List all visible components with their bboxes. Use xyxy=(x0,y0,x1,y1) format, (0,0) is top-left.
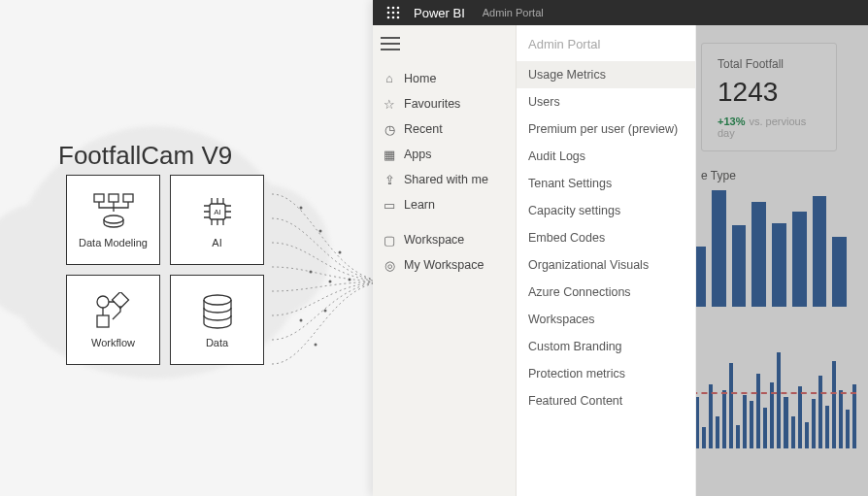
clock-icon: ◷ xyxy=(383,122,396,136)
bar xyxy=(792,212,807,307)
bar xyxy=(812,399,816,448)
bar-chart-type xyxy=(691,190,847,307)
book-icon: ▭ xyxy=(383,198,396,212)
nav-item-favourites[interactable]: ☆Favourites xyxy=(373,91,516,116)
nav-item-workspace[interactable]: ▢Workspace xyxy=(373,227,516,252)
workflow-icon xyxy=(91,292,136,331)
kpi-card-total-footfall: Total Footfall 1243 +13%vs. pervious day xyxy=(701,43,837,151)
bar xyxy=(846,410,850,448)
bar xyxy=(702,427,706,448)
bar xyxy=(791,416,795,448)
admin-item-premium-per-user-preview-[interactable]: Premium per user (preview) xyxy=(517,116,695,143)
svg-point-16 xyxy=(300,319,303,322)
nav-label: Recent xyxy=(404,122,443,136)
svg-point-24 xyxy=(397,12,400,15)
connector-lines xyxy=(272,175,388,388)
svg-point-26 xyxy=(392,17,395,19)
nav-label: Workspace xyxy=(404,233,464,247)
svg-point-13 xyxy=(310,271,313,274)
svg-point-22 xyxy=(387,12,390,15)
admin-item-featured-content[interactable]: Featured Content xyxy=(517,387,695,414)
nav-label: My Workspace xyxy=(404,258,484,272)
svg-point-6 xyxy=(97,296,109,308)
svg-point-15 xyxy=(349,279,351,281)
tile-data-modeling: Data Modeling xyxy=(66,175,160,265)
admin-item-embed-codes[interactable]: Embed Codes xyxy=(517,224,695,251)
kpi-title: Total Footfall xyxy=(718,57,820,71)
admin-item-organizational-visuals[interactable]: Organizational Visuals xyxy=(517,251,695,279)
star-icon: ☆ xyxy=(383,97,396,111)
bar xyxy=(729,363,733,448)
bar xyxy=(818,376,822,448)
svg-rect-2 xyxy=(109,194,118,202)
admin-portal-panel: Admin Portal Usage MetricsUsersPremium p… xyxy=(517,25,696,496)
svg-point-25 xyxy=(387,17,390,19)
svg-text:AI: AI xyxy=(214,208,221,216)
tile-workflow: Workflow xyxy=(66,275,160,365)
bar xyxy=(751,202,766,307)
svg-point-20 xyxy=(392,7,395,10)
bar xyxy=(712,190,726,307)
svg-rect-8 xyxy=(97,315,109,327)
admin-item-protection-metrics[interactable]: Protection metrics xyxy=(517,360,695,387)
admin-item-tenant-settings[interactable]: Tenant Settings xyxy=(517,170,695,197)
nav-label: Apps xyxy=(404,148,432,161)
tile-label: Data Modeling xyxy=(79,237,148,248)
svg-point-23 xyxy=(392,12,395,15)
bar xyxy=(805,422,809,449)
bar xyxy=(772,223,786,307)
svg-point-21 xyxy=(397,7,400,10)
bar xyxy=(832,361,836,448)
admin-item-custom-branding[interactable]: Custom Branding xyxy=(517,333,695,360)
admin-item-capacity-settings[interactable]: Capacity settings xyxy=(517,197,695,224)
bar xyxy=(832,237,847,307)
svg-point-18 xyxy=(315,344,317,347)
bar xyxy=(743,395,747,448)
apps-icon: ▦ xyxy=(383,148,396,161)
bar xyxy=(839,390,843,449)
admin-item-azure-connections[interactable]: Azure Connections xyxy=(517,279,695,306)
tile-label: Data xyxy=(206,337,228,348)
tile-ai: AI AI xyxy=(170,175,264,265)
admin-item-usage-metrics[interactable]: Usage Metrics xyxy=(517,61,695,88)
svg-rect-3 xyxy=(123,194,133,202)
bar xyxy=(763,408,767,448)
powerbi-window: Power BI Admin Portal Total Footfall 124… xyxy=(373,0,868,496)
svg-point-17 xyxy=(324,310,327,313)
bar xyxy=(825,406,829,448)
product-tile-grid: Data Modeling AI AI Workflow xyxy=(66,175,264,365)
share-icon: ⇪ xyxy=(383,173,396,186)
app-name: Power BI xyxy=(414,6,465,20)
nav-item-shared-with-me[interactable]: ⇪Shared with me xyxy=(373,167,516,192)
svg-point-19 xyxy=(387,7,390,10)
svg-point-9 xyxy=(204,295,231,305)
bar xyxy=(777,352,781,448)
chart1-title: e Type xyxy=(701,169,854,182)
bar xyxy=(756,374,760,448)
svg-point-10 xyxy=(300,207,303,210)
svg-point-0 xyxy=(104,215,123,223)
nav-item-recent[interactable]: ◷Recent xyxy=(373,116,516,142)
hamburger-icon[interactable] xyxy=(381,37,400,50)
admin-item-workspaces[interactable]: Workspaces xyxy=(517,306,695,333)
app-section: Admin Portal xyxy=(483,7,544,18)
nav-item-home[interactable]: ⌂Home xyxy=(373,66,516,91)
nav-item-learn[interactable]: ▭Learn xyxy=(373,192,516,217)
data-icon xyxy=(195,292,240,331)
svg-point-14 xyxy=(329,281,332,283)
tile-label: AI xyxy=(212,237,221,248)
workspace-icon: ▢ xyxy=(383,233,396,247)
admin-item-audit-logs[interactable]: Audit Logs xyxy=(517,143,695,170)
tile-label: Workflow xyxy=(91,337,135,348)
bar xyxy=(750,401,753,449)
nav-label: Home xyxy=(404,72,436,85)
svg-point-11 xyxy=(319,230,322,233)
nav-item-my-workspace[interactable]: ◎My Workspace xyxy=(373,252,516,278)
kpi-value: 1243 xyxy=(718,77,820,108)
admin-panel-title: Admin Portal xyxy=(517,25,695,61)
data-modeling-icon xyxy=(91,192,136,231)
admin-item-users[interactable]: Users xyxy=(517,88,695,116)
ai-icon: AI xyxy=(195,192,240,231)
nav-item-apps[interactable]: ▦Apps xyxy=(373,142,516,167)
app-launcher-icon[interactable] xyxy=(381,0,406,25)
